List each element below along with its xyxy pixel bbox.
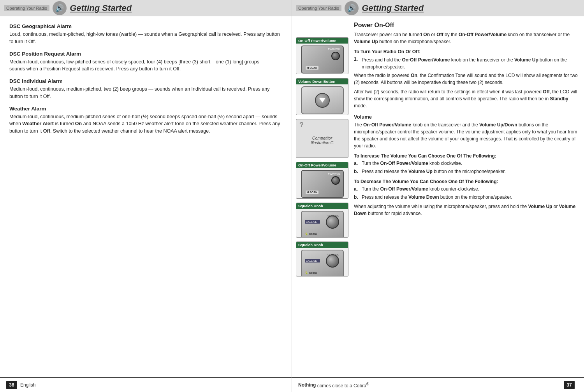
on-bold: On xyxy=(75,121,82,126)
power-label-2: PWR/VOL xyxy=(328,172,340,175)
dsc-geo-body: Loud, continuous, medium-pitched, high-l… xyxy=(9,31,282,46)
competitor-text: CompetitorIllustration G xyxy=(308,136,336,145)
right-page-number-container: 37 xyxy=(564,381,578,389)
weather-title: Weather Alarm xyxy=(9,106,282,112)
volume-intro: The On-Off Power/Volume knob on the tran… xyxy=(354,121,578,149)
img-body-6: CALL/SET 🐍 Cobra CONTROL xyxy=(296,249,348,276)
vol-btn-circle xyxy=(315,93,330,108)
right-text-column: Power On-Off Transceiver power can be tu… xyxy=(348,22,578,373)
squelch-ctrl-1: CONTROL xyxy=(327,215,339,217)
left-page-number: 36 xyxy=(6,381,17,389)
increase-a-body: Turn the On-Off Power/Volume knob clockw… xyxy=(362,160,462,167)
decrease-vol-title: To Decrease The Volume You Can Choose On… xyxy=(354,179,578,185)
after-body: After two (2) seconds, the radio will re… xyxy=(354,88,578,109)
power-on-off-title: Power On-Off xyxy=(354,22,578,29)
on-bold-r: On xyxy=(423,32,430,37)
increase-vol-title: To Increase The Volume You Can Choose On… xyxy=(354,153,578,159)
power-intro: Transceiver power can be turned On or Of… xyxy=(354,31,578,45)
squelch-knob-2 xyxy=(326,254,339,268)
right-content: On-Off Power/Volume M SCAN PWR/VOL Volum… xyxy=(292,16,584,377)
right-page-number: 37 xyxy=(564,381,575,389)
step-1-body: Press and hold the On-Off Power/Volume k… xyxy=(362,56,578,70)
img-squelch-top: Squelch Knob CALL/SET 🐍 Cobra CONTROL xyxy=(296,203,348,238)
increase-a-label: a. xyxy=(354,160,359,167)
img-label-6: Squelch Knob xyxy=(296,242,348,248)
page-right: Operating Your Radio 🔊 Getting Started O… xyxy=(292,0,584,392)
vol-btn-img xyxy=(301,86,344,114)
right-header: Operating Your Radio 🔊 Getting Started xyxy=(292,0,584,16)
right-footer: Nothing comes close to a Cobra® 37 xyxy=(292,377,584,392)
on-bold-2: On xyxy=(411,73,417,78)
img-body-5: CALL/SET 🐍 Cobra CONTROL xyxy=(296,210,348,238)
dsc-geo-title: DSC Geographical Alarm xyxy=(9,23,282,29)
nothing-bold: Nothing xyxy=(298,382,316,388)
img-label-1: On-Off Power/Volume xyxy=(296,38,348,44)
competitor-body: CompetitorIllustration G xyxy=(296,119,348,158)
decrease-a-body: Turn the On-Off Power/Volume knob counte… xyxy=(362,186,479,192)
increase-b-label: b. xyxy=(354,168,359,175)
right-images-column: On-Off Power/Volume M SCAN PWR/VOL Volum… xyxy=(296,22,348,373)
off-bold-r: Off xyxy=(436,32,443,37)
img-label-2: Volume Down Button xyxy=(296,79,348,84)
weather-alert-bold: Weather Alert xyxy=(22,121,54,126)
vol-down-bold-d: Volume Down xyxy=(408,194,439,200)
radio-img-2: M SCAN PWR/VOL xyxy=(301,170,344,198)
dsc-pos-body: Medium-loud, continuous, low-pitched ser… xyxy=(9,58,282,73)
scan-label-2: M SCAN xyxy=(306,191,319,194)
left-header: Operating Your Radio 🔊 Getting Started xyxy=(0,0,292,16)
vol-up-bold-1: Volume Up xyxy=(514,57,538,63)
weather-body: Medium-loud, continuous, medium-pitched … xyxy=(9,113,282,135)
standby-bold: Standby xyxy=(550,96,568,102)
left-content: DSC Geographical Alarm Loud, continuous,… xyxy=(0,16,292,377)
rapid-advance-body: When adjusting the volume while using th… xyxy=(354,203,578,217)
comes-close-text: comes close to a Cobra® xyxy=(316,382,369,388)
vol-btn-arrow xyxy=(319,98,325,103)
left-footer-text: English xyxy=(20,382,35,388)
squelch-call-2: CALL/SET xyxy=(305,259,320,262)
img-vol-down-btn: Volume Down Button xyxy=(296,78,348,115)
increase-b: b. Press and release the Volume Up butto… xyxy=(354,168,578,175)
decrease-a: a. Turn the On-Off Power/Volume knob cou… xyxy=(354,186,578,192)
img-body-4: M SCAN PWR/VOL xyxy=(296,169,348,198)
img-label-4: On-Off Power/Volume xyxy=(296,162,348,168)
on-off-pv-bold-v: On-Off Power/Volume xyxy=(363,122,411,128)
dsc-ind-body: Medium-loud, continuous, medium-pitched,… xyxy=(9,86,282,100)
squelch-img-2: CALL/SET 🐍 Cobra CONTROL xyxy=(301,250,344,277)
right-subtitle: Operating Your Radio xyxy=(296,5,341,11)
power-label-1: PWR/VOL xyxy=(328,48,340,51)
right-header-icon: 🔊 xyxy=(345,1,359,15)
decrease-a-label: a. xyxy=(354,186,359,192)
decrease-b-label: b. xyxy=(354,194,359,201)
page-left: Operating Your Radio 🔊 Getting Started D… xyxy=(0,0,292,392)
increase-b-body: Press and release the Volume Up button o… xyxy=(362,168,506,175)
radio-knob-2 xyxy=(331,176,340,185)
right-title: Getting Started xyxy=(362,3,424,13)
squelch-call-1: CALL/SET xyxy=(305,220,320,224)
increase-a: a. Turn the On-Off Power/Volume knob clo… xyxy=(354,160,578,167)
squelch-img-1: CALL/SET 🐍 Cobra CONTROL xyxy=(301,211,344,238)
decrease-b-body: Press and release the Volume Down button… xyxy=(362,194,512,201)
vol-up-bold-r: Volume Up xyxy=(528,204,552,209)
dsc-pos-title: DSC Position Request Alarm xyxy=(9,51,282,57)
img-competitor: ? CompetitorIllustration G xyxy=(296,119,348,158)
on-off-pv-bold-a: On-Off Power/Volume xyxy=(380,161,428,166)
img-body-2 xyxy=(296,86,348,115)
on-off-pv-bold-c: On-Off Power/Volume xyxy=(380,186,428,192)
left-title: Getting Started xyxy=(70,3,132,13)
step-1-label: 1. xyxy=(354,56,360,70)
img-label-5: Squelch Knob xyxy=(296,203,348,209)
turn-on-title: To Turn Your Radio On Or Off: xyxy=(354,49,578,55)
img-on-off-power-vol-bot: On-Off Power/Volume M SCAN PWR/VOL xyxy=(296,162,348,199)
squelch-ctrl-2: CONTROL xyxy=(327,254,339,256)
confirmation-body: When the radio is powered On, the Confir… xyxy=(354,72,578,86)
img-squelch-bot: Squelch Knob CALL/SET 🐍 Cobra CONTROL xyxy=(296,242,348,276)
squelch-cobra-1: 🐍 Cobra xyxy=(305,233,317,236)
scan-label-1: M SCAN xyxy=(306,66,319,70)
off-bold-2: Off xyxy=(543,89,549,94)
off-bold: Off xyxy=(43,128,50,134)
step-1: 1. Press and hold the On-Off Power/Volum… xyxy=(354,56,578,70)
vol-up-bold: Volume Up xyxy=(354,39,378,44)
question-mark-icon: ? xyxy=(299,121,304,129)
radio-img-1: M SCAN PWR/VOL xyxy=(301,46,344,74)
on-off-power-vol-bold: On-Off Power/Volume xyxy=(459,32,507,37)
